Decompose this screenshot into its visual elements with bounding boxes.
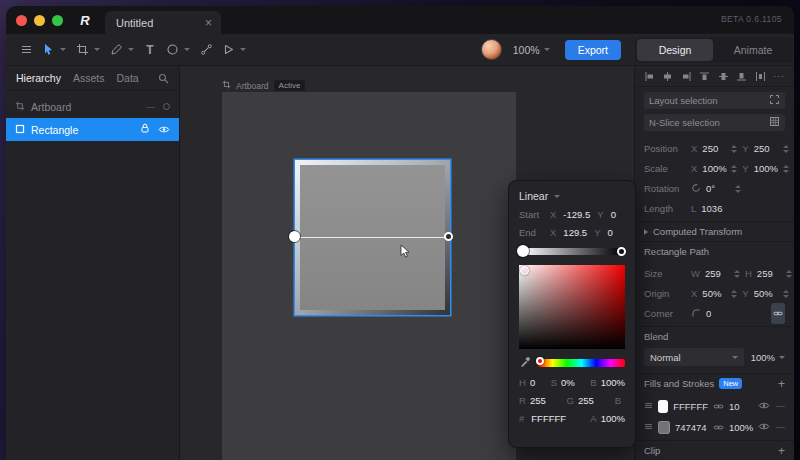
fill-opacity-input[interactable]: 100%: [729, 422, 753, 433]
pen-tool-icon[interactable]: [106, 40, 126, 60]
color-swatch[interactable]: [658, 400, 668, 413]
color-swatch[interactable]: [658, 421, 670, 434]
play-tool-icon[interactable]: [218, 40, 238, 60]
eye-icon[interactable]: [158, 124, 170, 136]
eye-icon[interactable]: [758, 401, 770, 412]
gradient-start-y-input[interactable]: 0: [611, 209, 616, 220]
artboard-tool-icon[interactable]: [72, 40, 92, 60]
position-x-input[interactable]: 250: [702, 143, 726, 154]
origin-y-stepper[interactable]: [783, 290, 789, 298]
alpha-field[interactable]: A 100%: [590, 413, 625, 424]
eyedropper-icon[interactable]: [519, 356, 531, 370]
link-icon[interactable]: [713, 422, 724, 433]
chevron-down-icon[interactable]: [94, 48, 100, 51]
stroke-hex-value[interactable]: FFFFFF: [673, 401, 708, 412]
shape-tool-icon[interactable]: [162, 40, 182, 60]
tab-assets[interactable]: Assets: [73, 72, 105, 84]
scale-y-stepper[interactable]: [783, 165, 789, 173]
stroke-width-input[interactable]: 10: [729, 401, 753, 412]
tree-item-artboard[interactable]: Artboard —: [6, 95, 179, 118]
chevron-down-icon[interactable]: [184, 48, 190, 51]
align-center-horizontal-icon[interactable]: [662, 71, 673, 82]
green-field[interactable]: G255: [567, 395, 594, 406]
align-bottom-icon[interactable]: [736, 71, 747, 82]
remove-icon[interactable]: —: [776, 401, 785, 411]
blend-opacity-control[interactable]: 100%: [751, 352, 785, 363]
link-icon[interactable]: [713, 401, 724, 412]
select-tool-icon[interactable]: [38, 40, 58, 60]
zoom-control[interactable]: 100%: [513, 44, 554, 56]
gradient-start-x-input[interactable]: -129.5: [563, 209, 590, 220]
gradient-stop-start[interactable]: [517, 245, 529, 257]
rotation-input[interactable]: 0°: [706, 183, 730, 194]
scale-y-input[interactable]: 100%: [754, 163, 778, 174]
gradient-stop-end[interactable]: [617, 247, 626, 256]
remove-icon[interactable]: —: [776, 422, 785, 432]
tree-item-rectangle[interactable]: Rectangle: [6, 118, 179, 141]
export-button[interactable]: Export: [565, 40, 621, 60]
origin-y-input[interactable]: 50%: [754, 288, 778, 299]
eye-icon[interactable]: [758, 422, 770, 433]
size-h-stepper[interactable]: [786, 270, 792, 278]
gradient-end-handle[interactable]: [444, 232, 453, 241]
chevron-down-icon[interactable]: [60, 48, 66, 51]
rotation-stepper[interactable]: [735, 185, 741, 193]
color-picker-cursor[interactable]: [520, 266, 529, 275]
tab-design[interactable]: Design: [637, 39, 713, 61]
position-y-input[interactable]: 250: [754, 143, 778, 154]
fill-row[interactable]: 747474 100% —: [644, 419, 785, 435]
more-options-icon[interactable]: ···: [773, 71, 785, 81]
saturation-brightness-picker[interactable]: [519, 265, 625, 349]
fill-hex-value[interactable]: 747474: [675, 422, 708, 433]
scale-x-stepper[interactable]: [731, 165, 737, 173]
minus-icon[interactable]: —: [146, 102, 155, 112]
blend-mode-dropdown[interactable]: Normal: [644, 348, 744, 366]
minimize-window-button[interactable]: [34, 15, 45, 26]
target-icon[interactable]: [163, 103, 170, 110]
tab-data[interactable]: Data: [116, 72, 138, 84]
saturation-field[interactable]: S0%: [551, 377, 575, 388]
size-w-input[interactable]: 259: [705, 268, 729, 279]
position-y-stepper[interactable]: [783, 145, 789, 153]
origin-x-stepper[interactable]: [731, 290, 737, 298]
align-top-icon[interactable]: [699, 71, 710, 82]
tab-animate[interactable]: Animate: [715, 39, 791, 61]
distribute-horizontal-icon[interactable]: [755, 71, 766, 82]
text-tool-icon[interactable]: T: [140, 40, 160, 60]
add-fill-button[interactable]: +: [778, 378, 785, 390]
menu-icon[interactable]: [16, 40, 36, 60]
corner-input[interactable]: 0: [706, 308, 730, 319]
nslice-selection-button[interactable]: N-Slice selection: [644, 114, 785, 131]
gradient-end-x-input[interactable]: 129.5: [563, 227, 587, 238]
tab-close-icon[interactable]: ×: [205, 16, 212, 30]
layout-selection-button[interactable]: Layout selection: [644, 92, 785, 109]
reorder-handle-icon[interactable]: [644, 401, 653, 412]
size-w-stepper[interactable]: [734, 270, 740, 278]
scale-x-input[interactable]: 100%: [702, 163, 726, 174]
align-middle-vertical-icon[interactable]: [718, 71, 729, 82]
origin-x-input[interactable]: 50%: [702, 288, 726, 299]
brightness-field[interactable]: B100%: [590, 377, 625, 388]
gradient-end-y-input[interactable]: 0: [607, 227, 612, 238]
fullscreen-window-button[interactable]: [52, 15, 63, 26]
corner-link-toggle[interactable]: [771, 303, 785, 324]
gradient-stops-bar[interactable]: [519, 247, 625, 257]
hue-slider[interactable]: [538, 359, 625, 367]
bone-tool-icon[interactable]: [196, 40, 216, 60]
align-right-icon[interactable]: [681, 71, 692, 82]
reorder-handle-icon[interactable]: [644, 422, 653, 433]
size-h-input[interactable]: 259: [757, 268, 781, 279]
gradient-start-handle[interactable]: [289, 231, 300, 242]
computed-transform-section[interactable]: Computed Transform: [635, 221, 794, 241]
gradient-type-dropdown[interactable]: Linear: [519, 190, 625, 202]
hue-field[interactable]: H0: [519, 377, 535, 388]
add-clip-button[interactable]: +: [778, 445, 785, 457]
artboard-label[interactable]: Artboard Active: [222, 80, 305, 91]
position-x-stepper[interactable]: [731, 145, 737, 153]
hex-input[interactable]: FFFFFF: [531, 413, 566, 424]
align-left-icon[interactable]: [644, 71, 655, 82]
avatar[interactable]: [481, 39, 502, 60]
hue-slider-handle[interactable]: [536, 357, 544, 365]
blue-field[interactable]: B: [615, 395, 625, 406]
chevron-down-icon[interactable]: [240, 48, 246, 51]
